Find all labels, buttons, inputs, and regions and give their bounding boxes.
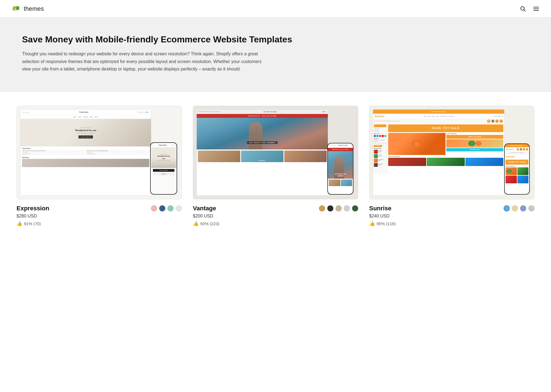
theme-rating-vantage: 👍 93% (223) — [193, 221, 358, 227]
swatch-v2[interactable] — [327, 205, 333, 211]
themes-section: ✉ Get on the list Expression US (USD $) … — [0, 92, 551, 243]
theme-preview-expression[interactable]: ✉ Get on the list Expression US (USD $) … — [17, 106, 182, 199]
hero-section: Save Money with Mobile-friendly Ecommerc… — [0, 18, 551, 92]
swatch-v5[interactable] — [352, 205, 358, 211]
theme-card-expression: ✉ Get on the list Expression US (USD $) … — [17, 106, 182, 227]
rating-text-vantage: 93% (223) — [200, 221, 219, 226]
swatch-4[interactable] — [176, 205, 182, 211]
hero-title: Save Money with Mobile-friendly Ecommerc… — [22, 34, 529, 45]
theme-card-vantage: NEW ARRIVALS SHOP ABOUT CONTACT VANTAGE … — [193, 106, 358, 227]
swatches-sunrise — [504, 205, 534, 211]
hamburger-icon — [533, 6, 539, 12]
search-icon — [520, 6, 526, 12]
header: themes — [0, 0, 551, 18]
swatch-s3[interactable] — [520, 205, 526, 211]
swatch-v4[interactable] — [344, 205, 350, 211]
swatch-s2[interactable] — [512, 205, 518, 211]
mobile-frame-sunrise: FREE worldwide shipping!!! Sunrise ☰ 👤 🛒… — [504, 143, 530, 195]
theme-name-expression: Expression — [17, 205, 49, 212]
mobile-frame-vantage: FREE DELIVERY VANTAGE 🛒 SALE Now on - Sa… — [327, 143, 353, 195]
thumbs-up-icon-sunrise: 👍 — [369, 221, 375, 227]
svg-line-2 — [524, 10, 526, 11]
theme-name-sunrise: Sunrise — [369, 205, 391, 212]
header-logo-area: themes — [11, 4, 44, 14]
theme-rating-expression: 👍 91% (70) — [17, 221, 182, 227]
mobile-frame-expression: ✉ Expression 🔍 🛒 Fresh in store now Hand… — [150, 142, 177, 195]
hero-description: Thought you needed to redesign your webs… — [22, 50, 270, 73]
swatch-v3[interactable] — [336, 205, 342, 211]
theme-card-sunrise: FREE worldwide shipping!!! Sunrise HomeA… — [369, 106, 534, 227]
rating-text-sunrise: 95% (118) — [377, 221, 396, 226]
theme-info-sunrise: Sunrise $240 USD 👍 95% (118) — [369, 204, 534, 227]
menu-button[interactable] — [532, 5, 540, 13]
thumbs-up-icon-vantage: 👍 — [193, 221, 199, 227]
swatch-1[interactable] — [151, 205, 157, 211]
theme-name-vantage: Vantage — [193, 205, 216, 212]
swatch-2[interactable] — [159, 205, 165, 211]
swatches-expression — [151, 205, 182, 211]
shopify-logo-icon — [11, 4, 21, 14]
theme-price-expression: $280 USD — [17, 214, 182, 219]
desktop-frame: ✉ Get on the list Expression US (USD $) … — [20, 109, 151, 196]
swatch-3[interactable] — [168, 205, 174, 211]
theme-info-vantage: Vantage $200 USD 👍 93% (223) — [193, 204, 358, 227]
app-title: themes — [24, 5, 44, 12]
theme-preview-sunrise[interactable]: FREE worldwide shipping!!! Sunrise HomeA… — [369, 106, 534, 199]
swatch-v1[interactable] — [319, 205, 325, 211]
themes-grid: ✉ Get on the list Expression US (USD $) … — [17, 106, 534, 227]
swatch-s4[interactable] — [528, 205, 534, 211]
thumbs-up-icon: 👍 — [17, 221, 22, 227]
search-button[interactable] — [519, 5, 527, 13]
theme-rating-sunrise: 👍 95% (118) — [369, 221, 534, 227]
swatch-s1[interactable] — [504, 205, 510, 211]
theme-price-sunrise: $240 USD — [369, 214, 534, 219]
theme-info-expression: Expression $280 USD 👍 91% (70) — [17, 204, 182, 227]
theme-preview-vantage[interactable]: NEW ARRIVALS SHOP ABOUT CONTACT VANTAGE … — [193, 106, 358, 199]
rating-text-expression: 91% (70) — [24, 221, 41, 226]
header-actions — [519, 5, 540, 13]
swatches-vantage — [319, 205, 358, 211]
theme-price-vantage: $200 USD — [193, 214, 358, 219]
